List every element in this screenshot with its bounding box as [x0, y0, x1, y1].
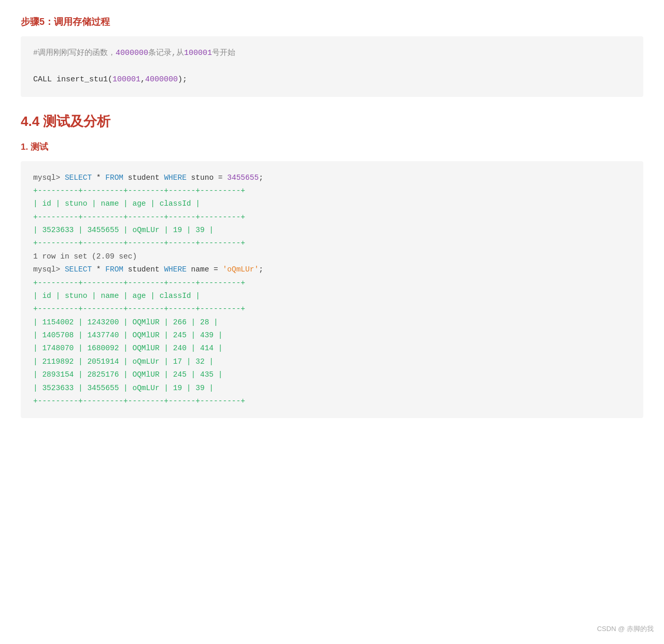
prompt-1: mysql>: [33, 174, 65, 182]
from-kw-1: FROM: [105, 174, 123, 182]
arg1: 100001: [112, 75, 140, 84]
header-row-2: | id | stuno | name | age | classId |: [33, 290, 631, 303]
code-comment-line: #调用刚刚写好的函数，4000000条记录,从100001号开始: [33, 47, 631, 60]
section-44-title: 4.4 测试及分析: [21, 112, 643, 131]
star-2: *: [92, 265, 105, 274]
select-kw-1: SELECT: [65, 174, 92, 182]
code-block-call: #调用刚刚写好的函数，4000000条记录,从100001号开始 CALL in…: [21, 36, 643, 97]
semi-2: ;: [259, 265, 263, 274]
comment-mid: 条记录,从: [148, 49, 184, 58]
data-row-d4: | 2119892 | 2051914 | oQmLUr | 17 | 32 |: [33, 355, 631, 368]
stmt-end: );: [178, 75, 187, 84]
func-call: insert_stu1(: [52, 75, 112, 84]
query-line-2: mysql> SELECT * FROM student WHERE name …: [33, 263, 631, 276]
header-row-1: | id | stuno | name | age | classId |: [33, 197, 631, 210]
data-row-d6: | 3523633 | 3455655 | oQmLUr | 19 | 39 |: [33, 382, 631, 395]
comma: ,: [140, 75, 145, 84]
arg2: 4000000: [145, 75, 178, 84]
border-6: +---------+---------+--------+------+---…: [33, 395, 631, 408]
border-3: +---------+---------+--------+------+---…: [33, 237, 631, 250]
val-name-2: 'oQmLUr': [223, 265, 259, 274]
data-row-1: | 3523633 | 3455655 | oQmLUr | 19 | 39 |: [33, 224, 631, 237]
where-kw-2: WHERE: [164, 265, 187, 274]
table-1: student: [123, 174, 164, 182]
border-4: +---------+---------+--------+------+---…: [33, 277, 631, 290]
info-1: 1 row in set (2.09 sec): [33, 250, 631, 263]
comment-prefix: #调用刚刚写好的函数，: [33, 49, 116, 58]
where-kw-1: WHERE: [164, 174, 187, 182]
select-kw-2: SELECT: [65, 265, 92, 274]
sub-title-1: 1. 测试: [21, 141, 643, 153]
data-row-d5: | 2893154 | 2825176 | OQMlUR | 245 | 435…: [33, 368, 631, 381]
val-stuno-1: 3455655: [227, 174, 259, 182]
count-number: 4000000: [116, 49, 148, 58]
border-5: +---------+---------+--------+------+---…: [33, 303, 631, 316]
watermark: CSDN @ 赤脚的我: [597, 624, 654, 634]
data-row-d3: | 1748070 | 1680092 | OQMlUR | 240 | 414…: [33, 342, 631, 355]
border-2: +---------+---------+--------+------+---…: [33, 211, 631, 224]
prompt-2: mysql>: [33, 265, 65, 274]
semi-1: ;: [259, 174, 263, 182]
data-row-d2: | 1405708 | 1437740 | OQMlUR | 245 | 439…: [33, 329, 631, 342]
start-number: 100001: [184, 49, 212, 58]
col-stuno-1: stuno =: [187, 174, 227, 182]
call-keyword: CALL: [33, 75, 52, 84]
terminal-block: mysql> SELECT * FROM student WHERE stuno…: [21, 161, 643, 419]
comment-end: 号开始: [212, 49, 235, 58]
data-row-d1: | 1154002 | 1243200 | OQMlUR | 266 | 28 …: [33, 316, 631, 329]
table-2: student: [123, 265, 164, 274]
call-statement: CALL insert_stu1(100001,4000000);: [33, 73, 631, 87]
star-1: *: [92, 174, 105, 182]
step-title: 步骤5：调用存储过程: [21, 16, 643, 28]
border-1: +---------+---------+--------+------+---…: [33, 184, 631, 197]
col-name-2: name =: [187, 265, 223, 274]
from-kw-2: FROM: [105, 265, 123, 274]
query-line-1: mysql> SELECT * FROM student WHERE stuno…: [33, 171, 631, 184]
